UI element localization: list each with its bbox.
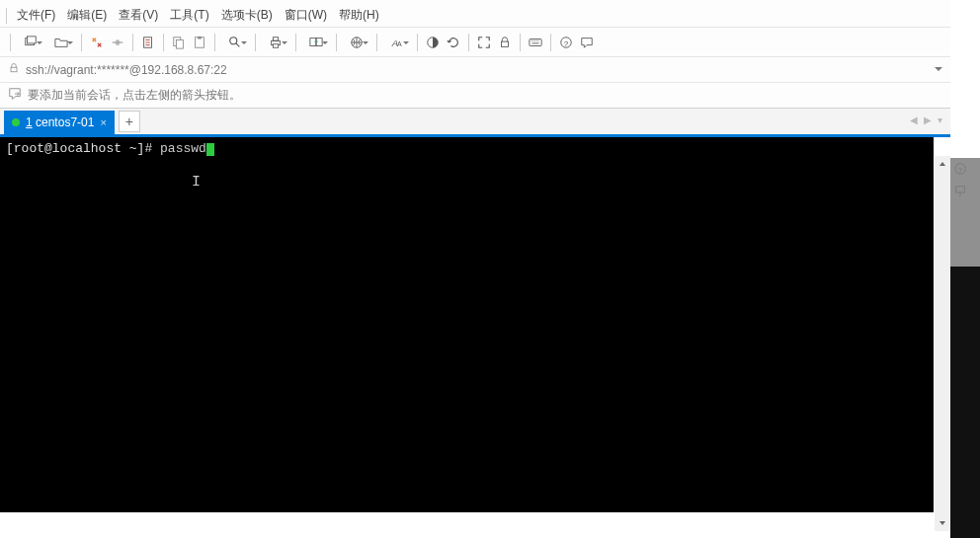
- new-tab-button[interactable]: +: [119, 111, 140, 132]
- separator: [132, 34, 133, 51]
- menu-view[interactable]: 查看(V): [113, 4, 164, 27]
- menu-file[interactable]: 文件(F): [11, 4, 61, 27]
- menu-edit[interactable]: 编辑(E): [61, 4, 113, 27]
- svg-rect-21: [11, 67, 17, 72]
- separator: [520, 34, 521, 51]
- reconnect-button[interactable]: [87, 32, 107, 53]
- separator: [550, 34, 551, 51]
- separator: [6, 8, 7, 24]
- tab-close-button[interactable]: ×: [100, 116, 106, 128]
- separator: [214, 34, 215, 51]
- tip-text: 要添加当前会话，点击左侧的箭头按钮。: [28, 87, 241, 104]
- tab-nav-right[interactable]: ▶: [924, 115, 932, 125]
- add-session-icon[interactable]: [8, 87, 22, 104]
- tab-nav-menu[interactable]: ▾: [938, 115, 942, 125]
- lock-button[interactable]: [495, 32, 515, 53]
- svg-rect-17: [502, 41, 509, 46]
- scroll-up-button[interactable]: [935, 156, 950, 172]
- lock-icon: [8, 62, 20, 77]
- svg-rect-18: [530, 38, 541, 45]
- terminal-prompt: [root@localhost ~]#: [6, 141, 160, 156]
- font-button[interactable]: AA: [382, 32, 412, 53]
- scroll-down-button[interactable]: [935, 515, 950, 531]
- terminal-scrollbar[interactable]: [935, 156, 950, 531]
- separator: [295, 34, 296, 51]
- terminal-command: passwd: [160, 141, 206, 156]
- svg-text:?: ?: [958, 166, 963, 175]
- separator: [81, 34, 82, 51]
- tip-bar: 要添加当前会话，点击左侧的箭头按钮。: [0, 83, 950, 109]
- address-text[interactable]: ssh://vagrant:*******@192.168.8.67:22: [26, 63, 935, 77]
- properties-button[interactable]: [138, 32, 158, 53]
- menu-tools[interactable]: 工具(T): [164, 4, 214, 27]
- svg-rect-6: [198, 36, 202, 38]
- toolbar: AA ?: [0, 28, 950, 57]
- tab-nav: ◀ ▶ ▾: [910, 115, 942, 125]
- copy-button[interactable]: [169, 32, 189, 53]
- disconnect-button[interactable]: [108, 32, 127, 53]
- address-bar[interactable]: ssh://vagrant:*******@192.168.8.67:22: [0, 57, 950, 83]
- keyboard-button[interactable]: [526, 32, 545, 53]
- encoding-button[interactable]: [342, 32, 371, 53]
- open-button[interactable]: [46, 32, 76, 53]
- separator: [376, 34, 377, 51]
- tab-active[interactable]: 1 centos7-01 ×: [4, 111, 115, 134]
- svg-rect-9: [273, 37, 278, 40]
- separator: [417, 34, 418, 51]
- transfer-button[interactable]: [301, 32, 331, 53]
- tab-label: 1 centos7-01: [26, 115, 94, 129]
- separator: [336, 34, 337, 51]
- print-button[interactable]: [261, 32, 290, 53]
- new-session-button[interactable]: [16, 32, 45, 53]
- terminal-cursor: [206, 143, 214, 156]
- svg-rect-1: [28, 36, 37, 42]
- chat-button[interactable]: [577, 32, 597, 53]
- separator: [468, 34, 469, 51]
- side-help-icon[interactable]: ?: [953, 162, 967, 179]
- address-dropdown-icon[interactable]: [935, 67, 942, 75]
- tab-nav-left[interactable]: ◀: [910, 115, 918, 125]
- menu-bar: 文件(F) 编辑(E) 查看(V) 工具(T) 选项卡(B) 窗口(W) 帮助(…: [0, 4, 950, 28]
- separator: [10, 34, 11, 51]
- text-cursor-icon: I: [192, 175, 201, 191]
- svg-rect-10: [273, 43, 278, 47]
- fullscreen-button[interactable]: [474, 32, 494, 53]
- svg-text:A: A: [397, 39, 402, 46]
- svg-rect-24: [956, 187, 965, 192]
- menu-tabs[interactable]: 选项卡(B): [215, 4, 279, 27]
- right-strip: ?: [950, 0, 980, 538]
- refresh-button[interactable]: [444, 32, 463, 53]
- paste-button[interactable]: [190, 32, 209, 53]
- color-scheme-button[interactable]: [423, 32, 443, 53]
- separator: [255, 34, 256, 51]
- side-pin-icon[interactable]: [953, 185, 967, 201]
- tab-bar: 1 centos7-01 × + ◀ ▶ ▾: [0, 109, 950, 137]
- connection-status-icon: [12, 118, 20, 126]
- help-button[interactable]: ?: [556, 32, 576, 53]
- terminal[interactable]: [root@localhost ~]# passwd I: [0, 137, 934, 512]
- svg-rect-4: [176, 39, 183, 48]
- find-button[interactable]: [220, 32, 250, 53]
- menu-window[interactable]: 窗口(W): [279, 4, 333, 27]
- menu-help[interactable]: 帮助(H): [333, 4, 385, 27]
- separator: [163, 34, 164, 51]
- svg-text:?: ?: [564, 38, 569, 47]
- svg-point-7: [230, 37, 237, 43]
